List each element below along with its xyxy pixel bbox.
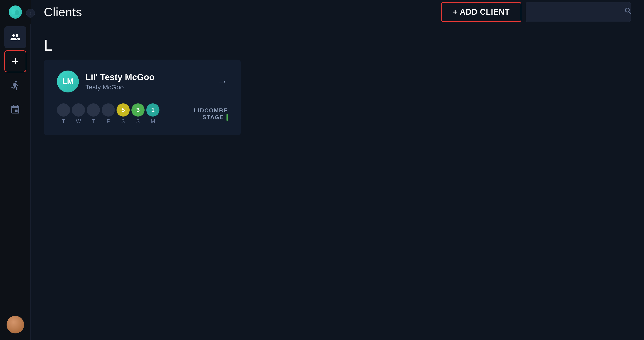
chevron-right-icon: › bbox=[29, 10, 31, 17]
day-item-S1: 5 S bbox=[116, 104, 130, 124]
section-letter: L bbox=[44, 37, 631, 53]
days-row: T W T bbox=[57, 104, 228, 124]
logo-icon bbox=[9, 6, 22, 18]
header: Clients + ADD CLIENT bbox=[31, 0, 644, 24]
day-label-S2: S bbox=[136, 118, 140, 124]
avatar-image bbox=[6, 316, 24, 334]
day-dot-M: 1 bbox=[146, 104, 160, 116]
client-real-name: Testy McGoo bbox=[86, 84, 154, 91]
day-item-T1: T bbox=[57, 104, 70, 124]
fitness-icon bbox=[10, 80, 20, 91]
plus-icon bbox=[10, 56, 20, 66]
day-item-S2: 3 S bbox=[132, 104, 144, 124]
day-item-F: F bbox=[102, 104, 115, 124]
content-area: L LM Lil' Testy McGoo Testy McGoo → bbox=[31, 24, 644, 340]
client-display-name: Lil' Testy McGoo bbox=[86, 72, 154, 82]
navigate-arrow-icon: → bbox=[217, 76, 228, 88]
programs-icon bbox=[10, 104, 20, 115]
days-left: T W T bbox=[57, 104, 160, 124]
sidebar-nav bbox=[0, 24, 30, 316]
day-dot-F bbox=[102, 104, 115, 116]
day-dot-T1 bbox=[57, 104, 70, 116]
search-input[interactable] bbox=[532, 8, 620, 16]
day-dot-S1: 5 bbox=[116, 104, 130, 116]
day-dot-S2: 3 bbox=[132, 104, 144, 116]
sidebar-item-fitness[interactable] bbox=[4, 74, 26, 96]
page-title: Clients bbox=[44, 5, 82, 19]
user-avatar[interactable] bbox=[6, 316, 24, 334]
day-label-F: F bbox=[107, 118, 110, 124]
client-names: Lil' Testy McGoo Testy McGoo bbox=[86, 72, 154, 91]
header-actions: + ADD CLIENT bbox=[441, 2, 631, 22]
day-label-W: W bbox=[76, 118, 81, 124]
section-L: L LM Lil' Testy McGoo Testy McGoo → bbox=[44, 37, 631, 136]
client-avatar: LM bbox=[57, 70, 79, 92]
day-dot-T2 bbox=[87, 104, 100, 116]
client-card-lil-testy-mcgoo[interactable]: LM Lil' Testy McGoo Testy McGoo → bbox=[44, 60, 241, 136]
day-dot-W bbox=[72, 104, 85, 116]
sidebar-toggle[interactable]: › bbox=[26, 9, 35, 18]
stage-text: STAGE bbox=[202, 114, 224, 121]
day-item-T2: T bbox=[87, 104, 100, 124]
main-content: Clients + ADD CLIENT L bbox=[31, 0, 644, 340]
client-card-header: LM Lil' Testy McGoo Testy McGoo → bbox=[57, 70, 228, 92]
sidebar-item-clients[interactable] bbox=[4, 26, 26, 48]
day-label-T1: T bbox=[62, 118, 65, 124]
stage-location: LIDCOMBE bbox=[194, 107, 228, 114]
day-item-M: 1 M bbox=[146, 104, 160, 124]
people-icon bbox=[10, 32, 20, 42]
search-box[interactable] bbox=[526, 2, 631, 22]
svg-point-2 bbox=[15, 10, 19, 15]
add-client-button[interactable]: + ADD CLIENT bbox=[441, 2, 521, 22]
search-icon bbox=[624, 6, 632, 17]
day-label-M: M bbox=[151, 118, 155, 124]
day-label-S1: S bbox=[121, 118, 125, 124]
sidebar: › bbox=[0, 0, 31, 340]
sidebar-item-add[interactable] bbox=[4, 50, 26, 72]
stage-label: STAGE bbox=[194, 114, 228, 121]
sidebar-item-programs[interactable] bbox=[4, 98, 26, 120]
day-item-W: W bbox=[72, 104, 85, 124]
stage-info: LIDCOMBE STAGE bbox=[194, 107, 228, 121]
avatar-initials: LM bbox=[62, 77, 74, 86]
day-label-T2: T bbox=[92, 118, 95, 124]
stage-bar bbox=[226, 114, 228, 121]
client-info: LM Lil' Testy McGoo Testy McGoo bbox=[57, 70, 154, 92]
